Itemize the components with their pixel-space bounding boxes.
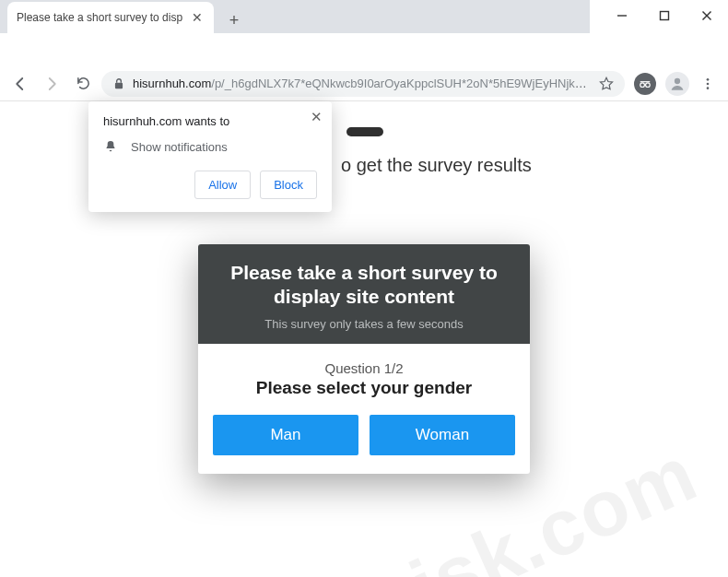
bell-icon — [103, 139, 118, 154]
page-decoration — [346, 127, 383, 136]
address-bar[interactable]: hisurnhuh.com/p/_h6gdNLX7k7*eQNkwcb9I0ar… — [101, 71, 625, 97]
nav-reload-button[interactable] — [70, 71, 96, 97]
svg-point-10 — [707, 87, 710, 89]
nav-forward-button[interactable] — [39, 71, 65, 97]
window-maximize-button[interactable] — [643, 0, 686, 31]
browser-menu-button[interactable] — [695, 71, 721, 97]
survey-header: Please take a short survey to display si… — [198, 244, 530, 344]
survey-prompt: Please select your gender — [213, 378, 515, 398]
permission-block-button[interactable]: Block — [260, 171, 317, 199]
survey-option-woman-button[interactable]: Woman — [370, 415, 515, 455]
browser-toolbar: hisurnhuh.com/p/_h6gdNLX7k7*eQNkwcb9I0ar… — [0, 66, 728, 101]
svg-rect-4 — [115, 82, 123, 88]
page-background-text: o get the survey results — [341, 155, 532, 176]
permission-title: hisurnhuh.com wants to — [103, 114, 317, 128]
tab-close-icon[interactable]: ✕ — [190, 10, 205, 25]
survey-title: Please take a short survey to display si… — [217, 261, 511, 310]
bookmark-star-icon[interactable] — [599, 77, 614, 91]
tab-title: Please take a short survey to disp — [17, 11, 182, 24]
address-text: hisurnhuh.com/p/_h6gdNLX7k7*eQNkwcb9I0ar… — [133, 77, 592, 90]
incognito-icon — [634, 73, 656, 95]
survey-subtitle: This survey only takes a few seconds — [217, 317, 511, 331]
permission-line: Show notifications — [131, 140, 228, 154]
svg-point-5 — [640, 82, 645, 87]
window-minimize-button[interactable] — [601, 0, 643, 31]
survey-question-counter: Question 1/2 — [213, 360, 515, 376]
new-tab-button[interactable]: + — [221, 7, 247, 33]
close-icon[interactable]: ✕ — [311, 109, 323, 125]
svg-point-7 — [675, 77, 680, 83]
lock-icon — [112, 77, 125, 90]
window-close-button[interactable] — [686, 0, 728, 31]
browser-tab[interactable]: Please take a short survey to disp ✕ — [7, 2, 214, 33]
svg-point-9 — [707, 82, 710, 85]
tab-strip: Please take a short survey to disp ✕ + — [0, 0, 590, 33]
survey-modal: Please take a short survey to display si… — [198, 244, 530, 474]
survey-body: Question 1/2 Please select your gender M… — [198, 344, 530, 474]
svg-point-8 — [707, 78, 710, 81]
nav-back-button[interactable] — [7, 71, 33, 97]
svg-point-6 — [646, 82, 651, 87]
survey-option-man-button[interactable]: Man — [213, 415, 358, 455]
notification-permission-popup: ✕ hisurnhuh.com wants to Show notificati… — [88, 101, 332, 212]
page-viewport: o get the survey results pc pcrisk.com P… — [0, 101, 728, 577]
permission-allow-button[interactable]: Allow — [194, 171, 251, 199]
profile-avatar-button[interactable] — [665, 72, 689, 96]
svg-rect-1 — [661, 12, 669, 20]
